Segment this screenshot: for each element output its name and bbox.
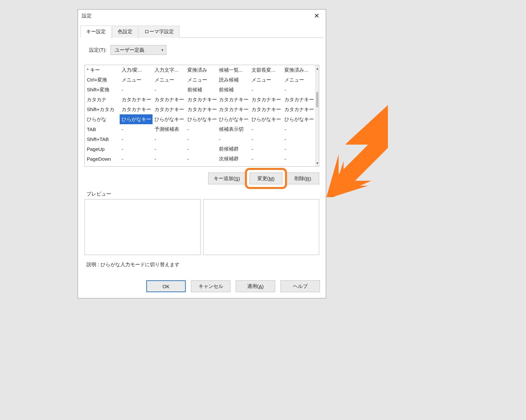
cell[interactable]: -	[282, 124, 315, 134]
cell[interactable]: カタカナキー	[185, 95, 217, 105]
cell[interactable]: -	[120, 134, 153, 144]
table-row[interactable]: PageDown---次候補群--	[85, 154, 315, 164]
column-header[interactable]: 変換済み	[185, 65, 217, 75]
cell[interactable]: カタカナキー	[185, 105, 217, 114]
apply-button[interactable]: 適用(A)	[236, 280, 275, 292]
cell[interactable]: -	[185, 154, 217, 164]
cell[interactable]: 前候補	[185, 85, 217, 95]
cell[interactable]: カタカナキー	[217, 95, 250, 105]
key-cell[interactable]: Shift+カタカ	[85, 105, 120, 114]
description-text: 説明 : ひらがな入力モードに切り替えます	[86, 262, 321, 268]
tab-1[interactable]: 色設定	[112, 26, 138, 38]
cell[interactable]: -	[153, 154, 185, 164]
delete-button[interactable]: 削除(R)	[286, 173, 319, 184]
cell[interactable]: -	[153, 134, 185, 144]
cell[interactable]: 候補表示切	[217, 124, 250, 134]
table-row[interactable]: PageUp---前候補群--	[85, 144, 315, 154]
key-cell[interactable]: Shift+変換	[85, 85, 120, 95]
cell[interactable]: -	[185, 124, 217, 134]
cell[interactable]: メニュー	[153, 75, 185, 85]
cell[interactable]: -	[217, 134, 250, 144]
key-cell[interactable]: カタカナ	[85, 95, 120, 105]
cell[interactable]: カタカナキー	[217, 105, 250, 114]
column-header[interactable]: * キー	[85, 65, 120, 75]
column-header[interactable]: 文節長変...	[250, 65, 282, 75]
window-title: 設定	[82, 13, 92, 19]
cell[interactable]: -	[120, 144, 153, 154]
column-header[interactable]: 変換済み...	[282, 65, 315, 75]
key-cell[interactable]: PageUp	[85, 144, 120, 154]
cell[interactable]: -	[120, 85, 153, 95]
close-button[interactable]: ✕	[309, 11, 324, 21]
key-cell[interactable]: TAB	[85, 124, 120, 134]
cell[interactable]: -	[250, 85, 282, 95]
key-bindings-table[interactable]: * キー入力/変...入力文字...変換済み候補一覧...文節長変...変換済み…	[85, 65, 315, 164]
cell[interactable]: -	[250, 124, 282, 134]
cell[interactable]: メニュー	[120, 75, 153, 85]
column-header[interactable]: 入力文字...	[153, 65, 185, 75]
cell[interactable]: カタカナキー	[282, 95, 315, 105]
cell[interactable]: カタカナキー	[120, 105, 153, 114]
cell[interactable]: -	[282, 144, 315, 154]
cell[interactable]: -	[153, 85, 185, 95]
table-row[interactable]: ひらがなひらがなキーひらがなキーひらがなキーひらがなキーひらがなキーひらがなキー	[85, 114, 315, 124]
scroll-down-icon[interactable]: ▼	[316, 160, 319, 166]
cell[interactable]: -	[250, 154, 282, 164]
key-cell[interactable]: Ctrl+変換	[85, 75, 120, 85]
cell[interactable]: ひらがなキー	[185, 114, 217, 124]
table-row[interactable]: Shift+TAB------	[85, 134, 315, 144]
tab-0[interactable]: キー設定	[81, 26, 111, 38]
cell[interactable]: -	[120, 124, 153, 134]
key-cell[interactable]: ひらがな	[85, 114, 120, 124]
cell[interactable]: ひらがなキー	[282, 114, 315, 124]
cell[interactable]: ひらがなキー	[250, 114, 282, 124]
scroll-thumb[interactable]	[316, 92, 318, 107]
table-row[interactable]: Shift+変換--前候補前候補--	[85, 85, 315, 95]
cell[interactable]: メニュー	[282, 75, 315, 85]
modify-button[interactable]: 変更(M)	[250, 173, 282, 184]
cell[interactable]: メニュー	[185, 75, 217, 85]
settings-combo[interactable]: ユーザー定義 ▾	[110, 45, 166, 55]
cell[interactable]: カタカナキー	[282, 105, 315, 114]
cell[interactable]: 次候補群	[217, 154, 250, 164]
cell[interactable]: 前候補群	[217, 144, 250, 154]
cell[interactable]: 前候補	[217, 85, 250, 95]
cancel-button[interactable]: キャンセル	[191, 280, 230, 292]
cell[interactable]: カタカナキー	[153, 105, 185, 114]
cell[interactable]: -	[282, 134, 315, 144]
cell[interactable]: ひらがなキー	[217, 114, 250, 124]
help-button[interactable]: ヘルプ	[280, 280, 320, 292]
svg-marker-0	[332, 105, 388, 197]
table-scrollbar[interactable]: ▲ ▼	[315, 65, 319, 166]
table-row[interactable]: Ctrl+変換メニューメニューメニュー読み候補メニューメニュー	[85, 75, 315, 85]
table-row[interactable]: Shift+カタカカタカナキーカタカナキーカタカナキーカタカナキーカタカナキーカ…	[85, 105, 315, 114]
cell[interactable]: -	[120, 154, 153, 164]
cell[interactable]: -	[250, 144, 282, 154]
cell[interactable]: 読み候補	[217, 75, 250, 85]
cell[interactable]: -	[185, 134, 217, 144]
cell[interactable]: カタカナキー	[153, 95, 185, 105]
key-cell[interactable]: Shift+TAB	[85, 134, 120, 144]
column-header[interactable]: 入力/変...	[120, 65, 153, 75]
column-header[interactable]: 候補一覧...	[217, 65, 250, 75]
ok-button[interactable]: OK	[146, 280, 186, 292]
cell[interactable]: -	[185, 144, 217, 154]
cell[interactable]: -	[250, 134, 282, 144]
scroll-track[interactable]	[316, 72, 319, 160]
cell[interactable]: メニュー	[250, 75, 282, 85]
scroll-up-icon[interactable]: ▲	[316, 65, 319, 72]
cell[interactable]: カタカナキー	[250, 95, 282, 105]
cell[interactable]: ひらがなキー	[120, 114, 153, 124]
table-row[interactable]: TAB-予測候補表-候補表示切--	[85, 124, 315, 134]
cell[interactable]: -	[153, 144, 185, 154]
cell[interactable]: -	[282, 85, 315, 95]
cell[interactable]: 予測候補表	[153, 124, 185, 134]
table-row[interactable]: カタカナカタカナキーカタカナキーカタカナキーカタカナキーカタカナキーカタカナキー	[85, 95, 315, 105]
cell[interactable]: カタカナキー	[250, 105, 282, 114]
cell[interactable]: ひらがなキー	[153, 114, 185, 124]
tab-2[interactable]: ローマ字設定	[139, 26, 179, 38]
cell[interactable]: -	[282, 154, 315, 164]
key-cell[interactable]: PageDown	[85, 154, 120, 164]
add-key-button[interactable]: キー追加(S)	[208, 173, 246, 184]
cell[interactable]: カタカナキー	[120, 95, 153, 105]
